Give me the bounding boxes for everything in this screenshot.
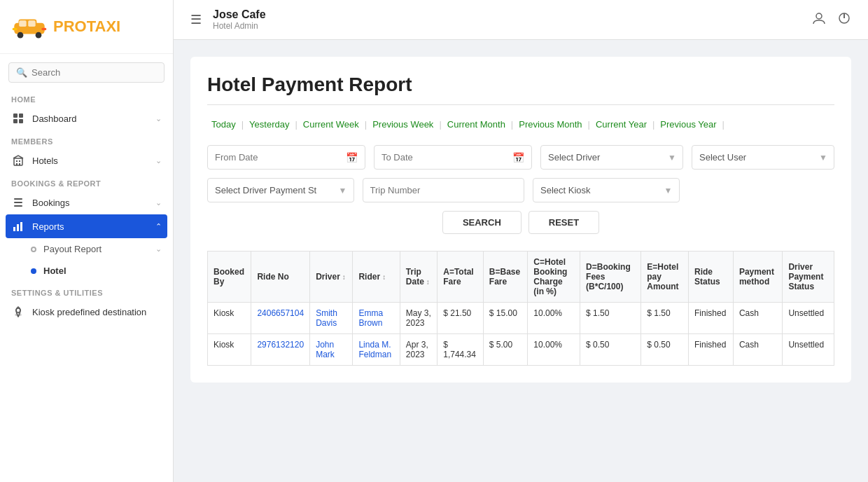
svg-rect-8 [13, 113, 18, 118]
chevron-up-icon-reports: ⌃ [155, 222, 162, 231]
kiosk-filter[interactable]: Select Kiosk ▼ [533, 178, 680, 202]
svg-rect-13 [16, 160, 18, 162]
to-date-input[interactable] [382, 152, 508, 163]
cell-rider[interactable]: Emma Brown [353, 303, 400, 334]
svg-rect-9 [19, 113, 23, 118]
search-button[interactable]: SEARCH [442, 211, 522, 234]
tab-current-week[interactable]: Current Week [299, 118, 363, 131]
select-kiosk[interactable]: Select Kiosk [533, 178, 680, 202]
tab-current-month[interactable]: Current Month [443, 118, 510, 131]
sidebar-item-reports[interactable]: Reports ⌃ [6, 214, 167, 238]
col-rider: Rider↕ [353, 252, 400, 303]
user-filter[interactable]: Select User ▼ [692, 145, 834, 170]
table-row: Kiosk 2976132120 John Mark Linda M. Feld… [208, 334, 834, 366]
cell-driver[interactable]: John Mark [310, 334, 353, 366]
cell-ride-status: Finished [688, 303, 733, 334]
trip-number-input[interactable] [370, 185, 517, 195]
select-user[interactable]: Select User [692, 145, 834, 170]
svg-point-2 [18, 32, 24, 39]
tab-today[interactable]: Today [207, 118, 240, 131]
tab-previous-year[interactable]: Previous Year [656, 118, 720, 131]
svg-rect-5 [28, 20, 35, 27]
sidebar-item-reports-label: Reports [32, 221, 155, 232]
cell-driver[interactable]: Smith Davis [310, 303, 353, 334]
grid-icon [11, 113, 25, 124]
svg-rect-7 [41, 28, 46, 30]
col-driver-payment: Driver Payment Status [783, 252, 834, 303]
sidebar-item-hotel[interactable]: Hotel [0, 260, 173, 282]
pin-icon [11, 306, 25, 317]
sidebar-search[interactable]: 🔍 [8, 62, 164, 83]
cell-hotel-pay: $ 1.50 [641, 303, 689, 334]
sidebar-item-kiosk[interactable]: Kiosk predefined destination [0, 300, 173, 324]
user-icon[interactable] [812, 11, 826, 29]
from-date-input[interactable] [215, 152, 342, 163]
sidebar-item-dashboard[interactable]: Dashboard ⌄ [0, 106, 173, 130]
tab-yesterday[interactable]: Yesterday [245, 118, 293, 131]
calendar-icon-from: 📅 [346, 152, 358, 163]
sidebar-item-bookings[interactable]: Bookings ⌄ [0, 191, 173, 214]
nav-section-home: HOME [0, 88, 173, 106]
cell-booking-fees: $ 0.50 [580, 334, 641, 366]
nav-section-members: MEMBERS [0, 130, 173, 149]
filter-tabs: Today | Yesterday | Current Week | Previ… [207, 118, 834, 131]
cell-ride-no[interactable]: 2976132120 [251, 334, 310, 366]
tab-current-year[interactable]: Current Year [592, 118, 651, 131]
sidebar-item-dashboard-label: Dashboard [32, 113, 155, 124]
col-payment-method: Payment method [733, 252, 783, 303]
driver-payment-filter[interactable]: Select Driver Payment St ▼ [207, 178, 354, 202]
svg-rect-6 [13, 28, 18, 30]
logo-text: PROTAXI [53, 18, 120, 36]
hamburger-icon[interactable]: ☰ [190, 12, 202, 27]
cell-total-fare: $ 21.50 [438, 303, 484, 334]
hotel-name: Jose Cafe [213, 8, 812, 21]
sidebar-item-hotels[interactable]: Hotels ⌄ [0, 149, 173, 172]
chevron-down-icon-payout: ⌄ [155, 245, 162, 254]
reset-button[interactable]: RESET [528, 211, 599, 234]
to-date-filter[interactable]: 📅 [374, 145, 532, 170]
cell-base-fare: $ 5.00 [483, 334, 528, 366]
cell-total-fare: $ 1,744.34 [438, 334, 484, 366]
svg-rect-14 [19, 160, 20, 162]
svg-rect-12 [14, 158, 22, 165]
cell-trip-date: May 3, 2023 [400, 303, 437, 334]
col-total-fare: A=Total Fare [438, 252, 484, 303]
hotel-role: Hotel Admin [213, 21, 812, 31]
title-divider [207, 104, 834, 105]
select-driver-payment[interactable]: Select Driver Payment St [207, 178, 354, 202]
col-hotel-charge: C=Hotel Booking Charge (in %) [528, 252, 580, 303]
sidebar-item-payout-report[interactable]: Payout Report ⌄ [0, 238, 173, 260]
driver-filter[interactable]: Select Driver ▼ [540, 145, 683, 170]
svg-point-24 [816, 13, 822, 19]
cell-ride-no[interactable]: 2406657104 [251, 303, 310, 334]
trip-number-filter[interactable] [363, 178, 525, 202]
col-hotel-pay: E=Hotel pay Amount [641, 252, 689, 303]
filter-row-2: Select Driver Payment St ▼ Select Kiosk … [207, 178, 834, 202]
nav-section-bookings: BOOKINGS & REPORT [0, 172, 173, 191]
building-icon [11, 155, 25, 166]
calendar-icon-to: 📅 [512, 152, 524, 163]
col-driver: Driver↕ [310, 252, 353, 303]
svg-point-3 [36, 32, 42, 39]
nav-section-settings: SETTINGS & UTILITIES [0, 282, 173, 300]
search-input[interactable] [31, 67, 157, 78]
tab-previous-week[interactable]: Previous Week [368, 118, 438, 131]
report-card: Hotel Payment Report Today | Yesterday |… [190, 57, 851, 383]
dot-active-icon [31, 268, 36, 274]
tab-previous-month[interactable]: Previous Month [514, 118, 586, 131]
col-ride-status: Ride Status [688, 252, 733, 303]
cell-rider[interactable]: Linda M. Feldman [353, 334, 400, 366]
action-buttons: SEARCH RESET [207, 211, 834, 234]
top-bar-title: Jose Cafe Hotel Admin [213, 8, 812, 31]
cell-hotel-charge: 10.00% [528, 334, 580, 366]
sidebar-item-kiosk-label: Kiosk predefined destination [32, 307, 162, 317]
select-driver[interactable]: Select Driver [540, 145, 683, 170]
svg-rect-20 [13, 227, 15, 231]
cell-trip-date: Apr 3, 2023 [400, 334, 437, 366]
power-icon[interactable] [837, 11, 851, 29]
dot-empty-icon [31, 247, 36, 252]
cell-driver-payment-status: Unsettled [783, 303, 834, 334]
from-date-filter[interactable]: 📅 [207, 145, 365, 170]
cell-booked-by: Kiosk [208, 303, 251, 334]
col-ride-no: Ride No [251, 252, 310, 303]
